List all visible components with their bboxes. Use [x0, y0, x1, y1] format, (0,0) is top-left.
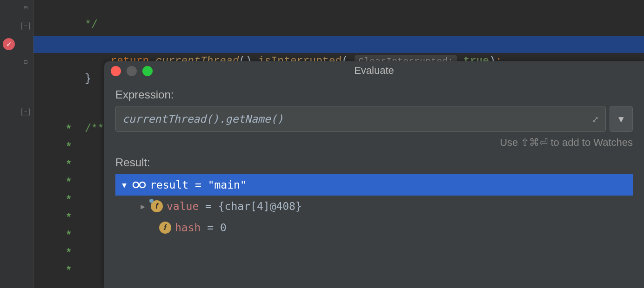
- svg-point-1: [140, 182, 145, 188]
- history-dropdown-button[interactable]: ▾: [610, 106, 633, 132]
- fold-toggle-icon[interactable]: −: [21, 22, 30, 30]
- javadoc-asterisk: *: [59, 212, 72, 224]
- var-name: result: [150, 179, 188, 191]
- javadoc-asterisk: *: [59, 124, 72, 136]
- result-label: Result:: [115, 156, 633, 169]
- fold-end-icon[interactable]: ⊟: [21, 58, 30, 66]
- shortcut-hint: Use ⇧⌘⏎ to add to Watches: [115, 137, 633, 149]
- var-value: 0: [220, 222, 227, 234]
- result-tree[interactable]: ▼ result = "main" ▶ f value = {char[4]@4…: [115, 174, 633, 238]
- var-eq: =: [199, 200, 218, 212]
- javadoc-asterisk: *: [59, 230, 72, 242]
- javadoc-asterisk: *: [59, 248, 72, 260]
- field-icon: f: [159, 222, 171, 234]
- expression-label: Expression:: [115, 88, 633, 101]
- tree-row-child[interactable]: f hash = 0: [115, 217, 633, 238]
- editor-gutter: ⊟ − ⊟ −: [0, 0, 34, 288]
- svg-point-0: [133, 182, 139, 188]
- tree-row-result[interactable]: ▼ result = "main": [115, 174, 633, 196]
- code-line: */: [34, 0, 644, 17]
- dialog-title: Evaluate: [104, 65, 644, 77]
- tree-row-child[interactable]: ▶ f value = {char[4]@408}: [115, 196, 633, 217]
- fold-end-icon[interactable]: ⊟: [21, 3, 30, 12]
- fold-toggle-icon[interactable]: −: [21, 108, 30, 116]
- javadoc-asterisk: *: [59, 195, 72, 207]
- javadoc-asterisk: *: [59, 142, 72, 154]
- javadoc-asterisk: *: [59, 265, 72, 277]
- expression-value: currentThread().getName(): [122, 113, 283, 125]
- code-line: public static boolean interrupted() {: [34, 19, 644, 35]
- field-icon: f: [151, 200, 163, 212]
- breakpoint-icon[interactable]: [3, 38, 15, 50]
- disclosure-open-icon[interactable]: ▼: [120, 181, 128, 190]
- code-line-current: return currentThread().isInterrupted( Cl…: [34, 36, 644, 53]
- var-name: value: [167, 200, 199, 212]
- javadoc-asterisk: *: [59, 177, 72, 189]
- expand-icon[interactable]: ⤢: [592, 114, 599, 124]
- expression-input[interactable]: currentThread().getName() ⤢: [115, 106, 606, 132]
- var-eq: =: [201, 222, 220, 234]
- evaluate-dialog: Evaluate Expression: currentThread().get…: [104, 61, 644, 288]
- javadoc-asterisk: *: [59, 159, 72, 171]
- disclosure-closed-icon[interactable]: ▶: [139, 202, 147, 211]
- dialog-titlebar[interactable]: Evaluate: [104, 61, 644, 80]
- dialog-body: Expression: currentThread().getName() ⤢ …: [104, 80, 644, 238]
- var-value: {char[4]@408}: [218, 200, 302, 212]
- chevron-down-icon: ▾: [618, 113, 624, 125]
- var-value: "main": [208, 179, 247, 191]
- var-name: hash: [175, 222, 201, 234]
- expression-row: currentThread().getName() ⤢ ▾: [115, 106, 633, 132]
- watch-glasses-icon: [132, 180, 146, 190]
- var-eq: =: [188, 179, 208, 191]
